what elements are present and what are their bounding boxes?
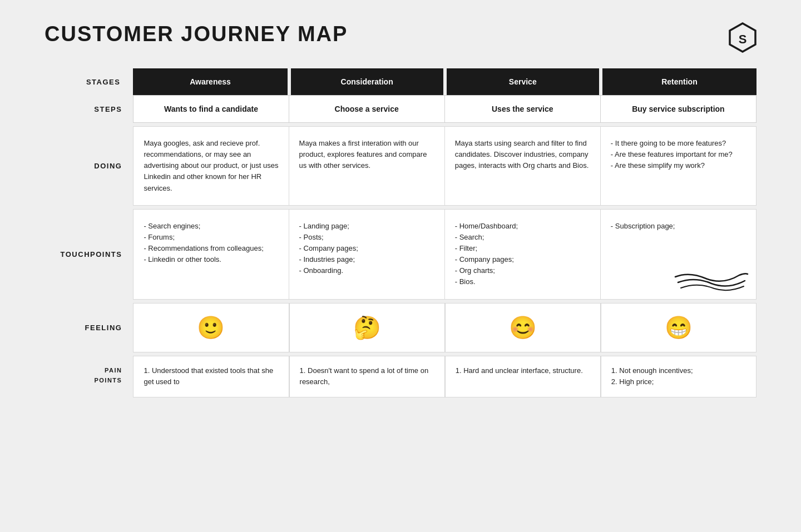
touchpoints-consideration: - Landing page; - Posts; - Company pages…: [289, 209, 445, 300]
doing-consideration: Maya makes a first interation with our p…: [289, 126, 445, 206]
step-retention: Buy service subscription: [601, 95, 756, 123]
pain-label: PAINPOINTS: [94, 367, 122, 384]
touchpoints-label: Touchpoints: [61, 250, 122, 258]
page-title: Customer Journey Map: [44, 22, 756, 46]
doing-label-cell: Doing: [44, 126, 133, 206]
page-wrapper: S Customer Journey Map Stages Awareness …: [0, 0, 801, 532]
emoji-service: 😊: [509, 315, 537, 340]
touchpoints-awareness: - Search engines; - Forums; - Recommenda…: [133, 209, 289, 300]
svg-text:S: S: [739, 32, 747, 46]
journey-table: Stages Awareness Consideration Service R…: [44, 68, 756, 397]
pain-retention: 1. Not enough incentives; 2. High price;: [601, 356, 756, 398]
stages-label: Stages: [86, 78, 121, 86]
pain-service: 1. Hard and unclear interface, structure…: [445, 356, 601, 398]
steps-label-cell: Steps: [44, 95, 133, 123]
stage-retention: Retention: [601, 68, 756, 95]
stages-row: Stages Awareness Consideration Service R…: [44, 68, 756, 95]
touchpoints-service: - Home/Dashboard; - Search; - Filter; - …: [445, 209, 601, 300]
step-service: Uses the service: [445, 95, 601, 123]
step-awareness: Wants to find a candidate: [133, 95, 289, 123]
feeling-label-cell: Feeling: [44, 303, 133, 352]
emoji-consideration: 🤔: [353, 315, 381, 340]
feeling-awareness: 🙂: [133, 303, 289, 352]
feeling-label: Feeling: [85, 324, 122, 332]
pain-label-cell: PAINPOINTS: [44, 356, 133, 398]
step-consideration: Choose a service: [289, 95, 445, 123]
feeling-retention: 😁: [601, 303, 756, 352]
feeling-consideration: 🤔: [289, 303, 445, 352]
doing-row: Doing Maya googles, ask and recieve prof…: [44, 126, 756, 206]
doing-label: Doing: [94, 162, 122, 170]
emoji-awareness: 🙂: [197, 315, 225, 340]
stage-awareness: Awareness: [133, 68, 289, 95]
doing-awareness: Maya googles, ask and recieve prof. reco…: [133, 126, 289, 206]
doing-retention: - It there going to be more features? - …: [601, 126, 756, 206]
logo: S: [729, 22, 756, 53]
emoji-retention: 😁: [665, 315, 693, 340]
touchpoints-retention: - Subscription page;: [601, 209, 756, 300]
touchpoints-row: Touchpoints - Search engines; - Forums; …: [44, 209, 756, 300]
stage-consideration: Consideration: [289, 68, 445, 95]
stages-label-cell: Stages: [44, 68, 133, 95]
feeling-service: 😊: [445, 303, 601, 352]
pain-row: PAINPOINTS 1. Understood that existed to…: [44, 356, 756, 398]
pain-awareness: 1. Understood that existed tools that sh…: [133, 356, 289, 398]
doing-service: Maya starts using search and filter to f…: [445, 126, 601, 206]
pain-consideration: 1. Doesn't want to spend a lot of time o…: [289, 356, 445, 398]
steps-row: Steps Wants to find a candidate Choose a…: [44, 95, 756, 123]
steps-label: Steps: [94, 105, 122, 113]
touchpoints-label-cell: Touchpoints: [44, 209, 133, 300]
stage-service: Service: [445, 68, 601, 95]
feeling-row: Feeling 🙂 🤔 😊 😁: [44, 303, 756, 352]
